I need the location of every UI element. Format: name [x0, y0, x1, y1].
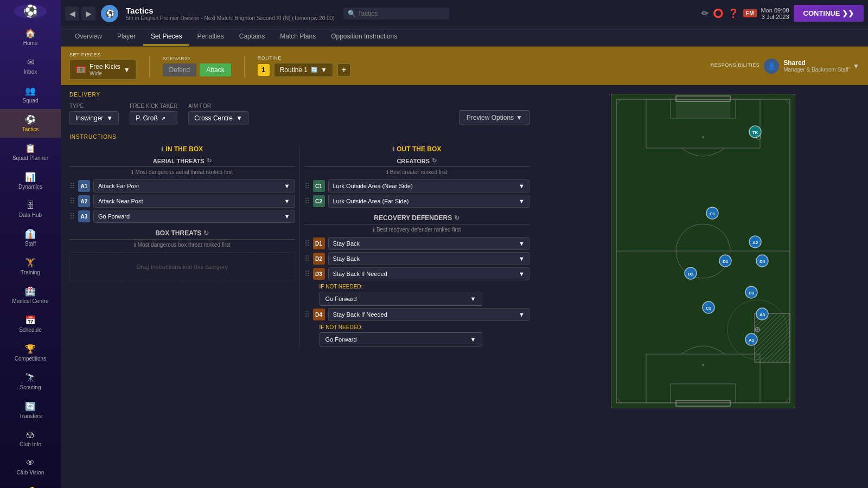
- info-icon-recovery: ℹ: [373, 227, 375, 233]
- sidebar-item-schedule[interactable]: 📅 Schedule: [0, 310, 61, 338]
- svg-point-9: [702, 364, 704, 366]
- sidebar-item-home[interactable]: 🏠 Home: [0, 23, 61, 52]
- tab-overview[interactable]: Overview: [67, 28, 110, 46]
- sidebar-label-training: Training: [21, 269, 40, 275]
- in-the-box-column: ℹ IN THE BOX AERIAL THREATS ↻ ℹ Most dan…: [69, 145, 295, 349]
- chevron-a3: ▼: [284, 213, 290, 220]
- responsibilities-info: Shared Manager & Backroom Staff: [783, 59, 848, 73]
- box-threats-info: ℹ Most dangerous box threat ranked first: [69, 242, 295, 248]
- info-circle-icon-2: ℹ: [392, 146, 394, 153]
- edit-button[interactable]: ✏: [701, 8, 709, 18]
- routine-dropdown[interactable]: Routine 1 🔄 ▼: [274, 63, 333, 77]
- club-logo: ⚽: [14, 4, 47, 18]
- tab-captains[interactable]: Captains: [232, 28, 272, 46]
- out-the-box-column: ℹ OUT THE BOX CREATORS ↻ ℹ Best creator …: [304, 145, 530, 349]
- drag-handle-d1[interactable]: ⠿: [304, 239, 310, 248]
- drag-handle-d2[interactable]: ⠿: [304, 254, 310, 263]
- main-content: SET PIECES 🥅 Free Kicks Wide ▼ SCENARIO …: [61, 47, 868, 488]
- sidebar-item-squad-planner[interactable]: 📋 Squad Planner: [0, 138, 61, 166]
- badge-d2: D2: [313, 253, 325, 265]
- taker-label: FREE KICK TAKER: [130, 103, 177, 109]
- select-a2[interactable]: Attack Near Post ▼: [93, 195, 295, 208]
- aim-select[interactable]: Cross Centre ▼: [188, 111, 248, 125]
- type-select[interactable]: Inswinger ▼: [69, 111, 119, 125]
- select-d2[interactable]: Stay Back ▼: [328, 252, 530, 265]
- if-not-needed-d3: IF NOT NEEDED: Go Forward ▼: [320, 284, 530, 306]
- recovery-info: ℹ Best recovery defender ranked first: [304, 227, 530, 233]
- shared-label: Shared: [783, 59, 848, 67]
- routine-number: 1: [258, 64, 270, 76]
- if-not-select-d4[interactable]: Go Forward ▼: [320, 332, 482, 346]
- tab-opposition[interactable]: Opposition Instructions: [323, 28, 405, 46]
- defend-button[interactable]: Defend: [163, 63, 197, 76]
- free-kicks-sub: Wide: [90, 70, 120, 76]
- delivery-row: TYPE Inswinger ▼ FREE KICK TAKER P. Groß…: [69, 103, 529, 125]
- sp-divider-2: [244, 55, 245, 77]
- creator-row-c2: ⠿ C2 Lurk Outside Area (Far Side) ▼: [304, 195, 530, 208]
- routine-controls: 1 Routine 1 🔄 ▼ +: [258, 63, 350, 77]
- tab-player[interactable]: Player: [110, 28, 143, 46]
- select-d4[interactable]: Stay Back If Needed ▼: [328, 308, 530, 321]
- sidebar-item-dynamics[interactable]: 📊 Dynamics: [0, 166, 61, 195]
- sidebar-item-medical[interactable]: 🏥 Medical Centre: [0, 281, 61, 310]
- select-d1[interactable]: Stay Back ▼: [328, 237, 530, 250]
- drag-handle-d4[interactable]: ⠿: [304, 310, 310, 319]
- time-value: Mon 09:00: [761, 7, 789, 14]
- sidebar-item-club-vision[interactable]: 👁 Club Vision: [0, 453, 61, 481]
- drag-handle-a2[interactable]: ⠿: [69, 197, 75, 206]
- if-not-select-d3[interactable]: Go Forward ▼: [320, 292, 482, 306]
- sidebar-item-finances[interactable]: 💰 Finances: [0, 481, 61, 488]
- drag-handle-c2[interactable]: ⠿: [304, 197, 310, 206]
- sidebar-label-scouting: Scouting: [20, 384, 41, 390]
- sidebar-item-squad[interactable]: 👥 Squad: [0, 80, 61, 109]
- recovery-refresh-icon[interactable]: ↻: [454, 214, 459, 222]
- creators-refresh-icon[interactable]: ↻: [432, 157, 437, 164]
- sidebar-item-scouting[interactable]: 🔭 Scouting: [0, 367, 61, 396]
- sidebar-item-data-hub[interactable]: 🗄 Data Hub: [0, 195, 61, 223]
- set-pieces-select[interactable]: 🥅 Free Kicks Wide ▼: [69, 60, 136, 80]
- sidebar-item-training[interactable]: 🏋 Training: [0, 252, 61, 281]
- search-input[interactable]: [358, 10, 445, 17]
- select-c2[interactable]: Lurk Outside Area (Far Side) ▼: [328, 195, 530, 208]
- continue-button[interactable]: CONTINUE ❯❯: [794, 5, 864, 22]
- date-value: 3 Jul 2023: [761, 14, 789, 20]
- instructions-columns: ℹ IN THE BOX AERIAL THREATS ↻ ℹ Most dan…: [69, 145, 529, 349]
- box-refresh-icon[interactable]: ↻: [203, 229, 209, 237]
- sidebar-item-staff[interactable]: 👔 Staff: [0, 223, 61, 252]
- routine-chevron-icon: ▼: [321, 66, 327, 74]
- creators-title: CREATORS ↻: [304, 157, 530, 167]
- drag-handle-d3[interactable]: ⠿: [304, 269, 310, 278]
- tab-match-plans[interactable]: Match Plans: [272, 28, 323, 46]
- svg-text:D1: D1: [723, 259, 729, 264]
- squad-planner-icon: 📋: [25, 143, 36, 153]
- drag-handle-a3[interactable]: ⠿: [69, 212, 75, 221]
- select-c1[interactable]: Lurk Outside Area (Near Side) ▼: [328, 179, 530, 192]
- aerial-refresh-icon[interactable]: ↻: [207, 157, 212, 164]
- back-button[interactable]: ◀: [65, 7, 79, 21]
- sidebar-item-transfers[interactable]: 🔄 Transfers: [0, 396, 61, 425]
- tab-penalties[interactable]: Penalties: [189, 28, 231, 46]
- responsibilities-avatar: 👤: [764, 59, 779, 74]
- badge-a3: A3: [78, 210, 90, 222]
- sidebar-item-tactics[interactable]: ⚽ Tactics: [0, 109, 61, 138]
- tab-set-pieces[interactable]: Set Pieces: [143, 28, 189, 46]
- forward-button[interactable]: ▶: [81, 7, 95, 21]
- attack-button[interactable]: Attack: [200, 63, 231, 76]
- sidebar-item-competitions[interactable]: 🏆 Competitions: [0, 338, 61, 367]
- drag-handle-c1[interactable]: ⠿: [304, 182, 310, 190]
- sidebar-item-club-info[interactable]: 🏟 Club Info: [0, 425, 61, 453]
- question-button[interactable]: ❓: [728, 8, 739, 18]
- select-a1[interactable]: Attack Far Post ▼: [93, 179, 295, 192]
- aim-field: AIM FOR Cross Centre ▼: [188, 103, 248, 125]
- select-d3[interactable]: Stay Back If Needed ▼: [328, 267, 530, 280]
- sidebar-item-inbox[interactable]: ✉ Inbox: [0, 52, 61, 80]
- select-a3[interactable]: Go Forward ▼: [93, 210, 295, 223]
- taker-select[interactable]: P. Groß ↗: [130, 111, 177, 125]
- preview-options-button[interactable]: Preview Options ▼: [459, 110, 529, 125]
- drag-handle-a1[interactable]: ⠿: [69, 182, 75, 190]
- help-icon-btn[interactable]: ⭕: [713, 8, 724, 18]
- badge-c1: C1: [313, 180, 325, 192]
- aerial-row-a1: ⠿ A1 Attack Far Post ▼: [69, 179, 295, 192]
- topbar-search[interactable]: 🔍: [343, 8, 449, 20]
- routine-add-button[interactable]: +: [337, 63, 350, 76]
